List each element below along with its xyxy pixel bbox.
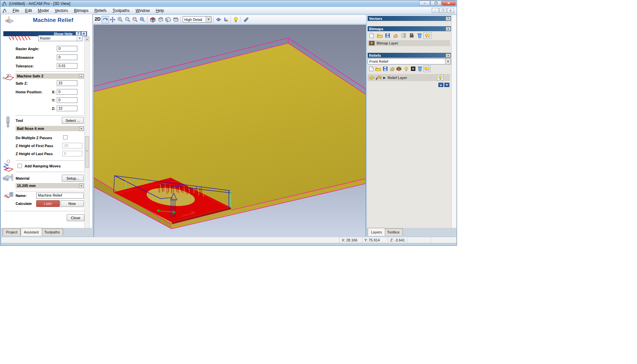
chevron-down-icon[interactable]: ▼: [77, 36, 82, 41]
chevron-down-icon[interactable]: ▼: [445, 59, 451, 64]
ramping-checkbox[interactable]: [18, 164, 22, 168]
open-layer-icon[interactable]: [376, 32, 384, 39]
menu-edit[interactable]: Edit: [22, 8, 35, 14]
bitmaps-section-header[interactable]: Bitmaps ▲: [368, 26, 451, 31]
visibility-bulb-icon[interactable]: [403, 65, 410, 72]
detail-combobox[interactable]: High Detail ▼: [183, 16, 212, 23]
child-close-button[interactable]: ✕: [447, 8, 454, 13]
material-thickness-band[interactable]: 15.205 mm ▼: [16, 183, 84, 188]
chevron-down-icon[interactable]: ▼: [79, 184, 84, 188]
isometric-view-icon[interactable]: [149, 16, 156, 23]
menu-window[interactable]: Window: [133, 8, 153, 14]
scrollbar-thumb[interactable]: [85, 136, 89, 168]
calculate-later-button[interactable]: Later: [36, 200, 60, 207]
light-icon[interactable]: [232, 16, 239, 23]
zoom-extents-icon[interactable]: [139, 16, 146, 23]
merge-layer-icon[interactable]: [392, 32, 400, 39]
save-relief-layer-icon[interactable]: [382, 65, 389, 72]
collapse-up-icon[interactable]: ▲: [446, 27, 451, 31]
machine-safe-z-header[interactable]: Machine Safe Z ▲: [16, 73, 84, 79]
chevron-down-icon[interactable]: ▼: [206, 17, 211, 22]
relief-image-icon[interactable]: [410, 65, 416, 72]
toolbar-separator: [147, 16, 147, 23]
stack-layers-icon[interactable]: [396, 65, 403, 72]
reliefs-section-header[interactable]: Reliefs ▲: [368, 53, 451, 58]
chevron-down-icon[interactable]: ▼: [79, 127, 84, 131]
menu-vectors[interactable]: Vectors: [52, 8, 71, 14]
home-z-field[interactable]: 22: [57, 106, 77, 111]
child-minimize-button[interactable]: –: [432, 8, 439, 13]
relief-layer-row[interactable]: ▶ Relief Layer: [368, 74, 450, 81]
restore-button[interactable]: ❐: [430, 1, 441, 6]
pan-view-icon[interactable]: [109, 16, 116, 23]
shade-colour-icon[interactable]: [242, 16, 249, 23]
collapse-up-icon[interactable]: ▲: [79, 74, 84, 78]
toggle-all-visibility-icon[interactable]: [423, 32, 431, 39]
tab-layers[interactable]: Layers: [368, 228, 385, 236]
move-layer-up-icon[interactable]: ▲: [438, 83, 443, 87]
greyscale-icon[interactable]: [400, 32, 408, 39]
material-setup-button[interactable]: Setup...: [62, 175, 84, 182]
zoom-out-icon[interactable]: [124, 16, 132, 23]
bitmap-layer-row[interactable]: Bitmap Layer: [368, 40, 450, 46]
vectors-section-header[interactable]: Vectors ▼: [368, 16, 451, 21]
draw-relief-icon[interactable]: [215, 16, 222, 23]
tool-select-button[interactable]: Select ...: [62, 117, 84, 124]
home-y-label: Y:: [52, 98, 55, 102]
raster-angle-field[interactable]: 0: [57, 46, 77, 51]
relief-combobox[interactable]: Front Relief ▼: [368, 58, 451, 64]
layer-order-controls: ▲ ▼: [437, 83, 449, 87]
move-layer-down-icon[interactable]: ▼: [444, 83, 449, 87]
tab-toolpaths[interactable]: Toolpaths: [41, 228, 63, 235]
zoom-in-icon[interactable]: [117, 16, 124, 23]
view-along-y-icon[interactable]: [164, 16, 172, 23]
save-layer-icon[interactable]: [384, 32, 392, 39]
allowance-field[interactable]: 0: [57, 54, 77, 60]
bitmap-image-icon[interactable]: [408, 32, 415, 39]
assistant-scrollbar[interactable]: ▲ ▼: [84, 36, 90, 228]
delete-layer-icon[interactable]: [415, 32, 423, 39]
expand-right-icon[interactable]: ▶: [383, 76, 386, 79]
relief-layer-visibility-icon[interactable]: [437, 74, 443, 81]
safe-z-field[interactable]: 22: [57, 80, 77, 86]
multi-pass-checkbox[interactable]: [63, 135, 67, 139]
rotate-view-icon[interactable]: [102, 16, 109, 23]
delete-relief-layer-icon[interactable]: [416, 65, 423, 72]
zoom-previous-icon[interactable]: [132, 16, 139, 23]
new-relief-layer-icon[interactable]: [368, 65, 375, 72]
menu-reliefs[interactable]: Reliefs: [91, 8, 110, 14]
open-relief-layer-icon[interactable]: [375, 65, 382, 72]
tab-assistant[interactable]: Assistant: [21, 228, 42, 236]
strategy-combobox[interactable]: Raster ▼: [38, 35, 83, 41]
menu-help[interactable]: Help: [153, 8, 167, 14]
origin-axes-icon[interactable]: [223, 16, 230, 23]
collapse-up-icon[interactable]: ▲: [446, 53, 451, 57]
calculate-now-button[interactable]: Now: [60, 200, 84, 207]
tool-name-band[interactable]: Ball Nose 6 mm ▼: [16, 126, 84, 131]
menu-bitmaps[interactable]: Bitmaps: [71, 8, 91, 14]
view-along-z-icon[interactable]: [172, 16, 179, 23]
home-y-field[interactable]: 0: [57, 97, 77, 103]
home-x-field[interactable]: 0: [57, 89, 77, 95]
menu-model[interactable]: Model: [35, 8, 52, 14]
layers-panel-scrollbar[interactable]: [451, 15, 456, 229]
view-along-x-icon[interactable]: [157, 16, 164, 23]
close-panel-button[interactable]: Close: [67, 214, 84, 221]
new-layer-icon[interactable]: [368, 32, 376, 39]
tab-project[interactable]: Project: [3, 228, 21, 235]
name-field[interactable]: Machine Relief: [36, 193, 84, 199]
tolerance-field[interactable]: 0.01: [57, 63, 77, 69]
expand-down-icon[interactable]: ▼: [446, 17, 451, 21]
minimize-button[interactable]: –: [419, 1, 430, 6]
2d-view-button[interactable]: 2D: [95, 16, 101, 22]
3d-viewport[interactable]: [94, 25, 366, 237]
toggle-relief-visibility-icon[interactable]: [423, 65, 430, 72]
merge-relief-icon[interactable]: [389, 65, 396, 72]
scroll-up-icon[interactable]: ▲: [85, 37, 89, 41]
home-x-label: X:: [52, 90, 55, 94]
close-button[interactable]: ✕: [442, 1, 456, 6]
tab-toolbox[interactable]: Toolbox: [384, 228, 403, 235]
menu-file[interactable]: File: [10, 8, 22, 14]
child-restore-button[interactable]: ❐: [439, 8, 446, 13]
menu-toolpaths[interactable]: Toolpaths: [110, 8, 133, 14]
